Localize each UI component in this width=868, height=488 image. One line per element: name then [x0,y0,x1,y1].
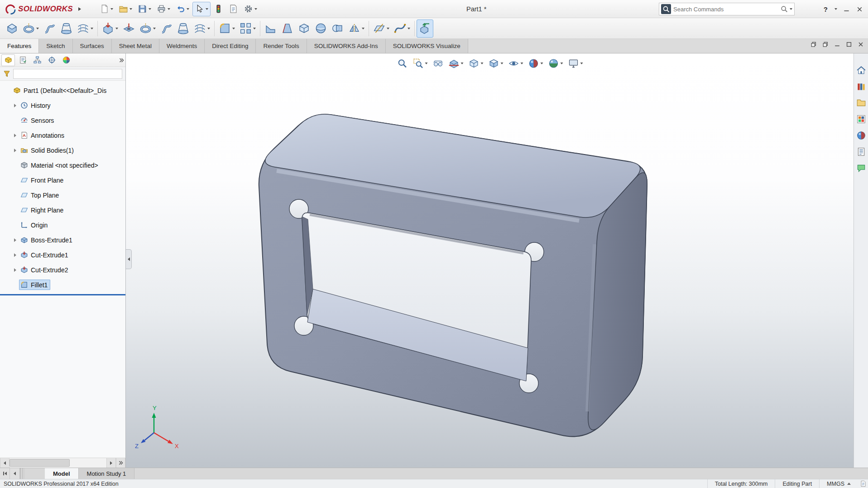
extruded-cut-button[interactable] [100,19,120,38]
tree-item-sensors[interactable]: Sensors [0,113,125,128]
intersect-button[interactable] [329,19,346,38]
options-dropdown-icon[interactable] [254,8,257,10]
search-dropdown-icon[interactable] [790,8,792,10]
tab-sketch[interactable]: Sketch [39,39,72,53]
close-document-button[interactable] [857,41,864,48]
graphics-area[interactable]: Y X Z [126,53,854,468]
scrollbar-track[interactable] [10,458,106,468]
filter-funnel-icon[interactable] [3,70,10,77]
tree-item-history[interactable]: History [0,98,125,113]
rollback-bar[interactable] [0,294,125,295]
hide-show-items-button[interactable] [506,56,525,71]
view-settings-button[interactable] [566,56,585,71]
tree-item-boss-extrude1[interactable]: Boss-Extrude1 [0,232,125,247]
tab-direct-editing[interactable]: Direct Editing [205,39,256,53]
shell-button[interactable] [296,19,312,38]
tab-solidworks-visualize[interactable]: SOLIDWORKS Visualize [386,39,468,53]
tree-item-part1[interactable]: Part1 (Default<<Default>_Dis [0,83,125,98]
edit-appearance-button[interactable] [526,56,545,71]
custom-properties-button[interactable] [856,147,866,157]
boundary-cut-button[interactable] [192,19,212,38]
tree-item-top-plane[interactable]: Top Plane [0,188,125,203]
collapse-panel-button[interactable] [126,249,132,269]
tab-splitter-handle[interactable] [20,468,24,479]
scrollbar-thumb[interactable] [10,459,70,467]
swept-cut-button[interactable] [158,19,175,38]
view-orientation-dropdown-icon[interactable] [480,63,483,64]
expand-arrow-icon[interactable] [14,149,16,152]
linear-pattern-button[interactable] [237,19,258,38]
lofted-cut-button[interactable] [175,19,192,38]
close-button[interactable] [856,5,863,13]
open-button[interactable] [116,2,134,16]
select-button[interactable] [192,2,211,16]
configurationmanager-tab[interactable] [30,54,44,66]
mirror-button[interactable] [346,19,367,38]
menu-expand-arrow[interactable] [78,7,81,11]
curves-button[interactable] [392,19,412,38]
zoom-dropdown-icon[interactable] [425,63,427,64]
propertymanager-tab[interactable] [16,54,29,66]
linear-pattern-dropdown-icon[interactable] [253,28,256,29]
restore-document-button[interactable] [845,41,853,48]
new-document-button[interactable] [97,2,115,16]
tree-item-origin[interactable]: Origin [0,217,125,232]
revolved-boss-dropdown-icon[interactable] [36,28,39,29]
help-dropdown-icon[interactable] [834,8,837,10]
extruded-cut-dropdown-icon[interactable] [115,28,118,29]
save-button[interactable] [135,2,153,16]
view-settings-dropdown-icon[interactable] [580,63,583,64]
section-view-button[interactable] [446,56,465,71]
rib-button[interactable] [262,19,279,38]
search-button[interactable] [780,5,788,13]
tab-render-tools[interactable]: Render Tools [256,39,307,53]
fillet-button[interactable] [216,19,237,38]
tab-weldments[interactable]: Weldments [159,39,205,53]
tree-item-fillet1[interactable]: Fillet1 [0,277,125,292]
panel-expand-button[interactable] [116,458,125,468]
tree-item-annotations[interactable]: Annotations [0,128,125,143]
expand-arrow-icon[interactable] [14,238,16,242]
instant3d-button[interactable] [417,19,433,38]
fillet-dropdown-icon[interactable] [232,28,235,29]
scroll-right-button[interactable] [106,458,116,468]
print-dropdown-icon[interactable] [168,8,170,10]
expand-arrow-icon[interactable] [14,268,16,272]
tags-button[interactable] [858,480,868,487]
revolved-boss-base-button[interactable] [20,19,41,38]
search-scope-icon[interactable] [661,4,671,14]
dimxpertmanager-tab[interactable] [45,54,58,66]
previous-view-button[interactable] [431,56,445,71]
view-palette-button[interactable] [856,114,866,124]
tab-surfaces[interactable]: Surfaces [73,39,112,53]
reference-geometry-button[interactable] [371,19,392,38]
tab-scroll-prev-button[interactable] [10,468,20,479]
expand-arrow-icon[interactable] [14,104,16,107]
hide-show-dropdown-icon[interactable] [520,63,523,64]
tab-features[interactable]: Features [0,39,39,53]
tab-solidworks-add-ins[interactable]: SOLIDWORKS Add-Ins [307,39,386,53]
select-dropdown-icon[interactable] [206,8,208,10]
units-selector[interactable]: MMGS [819,479,858,488]
help-button[interactable]: ? [824,5,828,13]
tile-windows-button[interactable] [822,41,829,48]
edit-appearance-dropdown-icon[interactable] [540,63,543,64]
minimize-button[interactable] [843,5,850,13]
undo-dropdown-icon[interactable] [187,8,189,10]
solidworks-resources-button[interactable] [856,65,866,75]
file-properties-button[interactable] [226,2,240,16]
search-input[interactable] [673,6,780,13]
save-dropdown-icon[interactable] [149,8,151,10]
options-button[interactable] [241,2,259,16]
boundary-boss-base-button[interactable] [75,19,96,38]
scroll-left-button[interactable] [0,458,10,468]
featuremanager-tab[interactable] [1,54,15,66]
selection-lights-button[interactable] [211,2,225,16]
lofted-boss-base-button[interactable] [58,19,75,38]
tree-item-front-plane[interactable]: Front Plane [0,173,125,188]
view-orientation-button[interactable] [466,56,485,71]
expand-arrow-icon[interactable] [14,134,16,137]
part-3d-model[interactable]: Y X Z [126,53,854,468]
zoom-to-area-button[interactable] [411,56,429,71]
appearances-scenes-button[interactable] [856,130,866,140]
